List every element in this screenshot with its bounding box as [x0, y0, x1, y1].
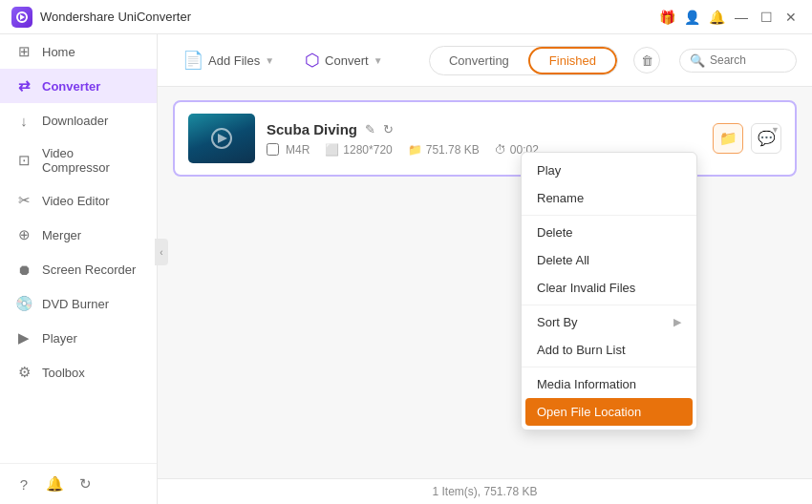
context-menu-clear-invalid[interactable]: Clear Invalid Files	[522, 274, 696, 302]
sidebar-label-player: Player	[42, 331, 77, 346]
player-icon: ▶	[15, 329, 32, 346]
tab-converting[interactable]: Converting	[430, 49, 528, 73]
toolbar: 📄 Add Files ▼ ⬡ Convert ▼ Converting Fin…	[158, 34, 812, 87]
sidebar-label-toolbox: Toolbox	[42, 366, 85, 380]
context-menu-delete[interactable]: Delete	[522, 219, 696, 246]
search-icon: 🔍	[690, 53, 705, 68]
sidebar-label-video-editor: Video Editor	[42, 194, 110, 208]
tab-bar: Converting Finished	[429, 46, 618, 75]
sidebar: ⊞ Home ⇄ Converter ↓ Downloader ⊡ Video …	[0, 34, 158, 504]
titlebar: Wondershare UniConverter 🎁 👤 🔔 — ☐ ✕	[0, 0, 812, 34]
window-controls: 🎁 👤 🔔 — ☐ ✕	[657, 8, 801, 27]
sidebar-item-merger[interactable]: ⊕ Merger	[0, 218, 157, 252]
refresh-icon[interactable]: ↻	[76, 475, 94, 493]
sidebar-label-downloader: Downloader	[42, 114, 108, 128]
video-compressor-icon: ⊡	[15, 152, 32, 169]
menu-divider-3	[522, 367, 696, 368]
sidebar-item-screen-recorder[interactable]: ⏺ Screen Recorder	[0, 252, 157, 286]
menu-divider-2	[522, 304, 696, 305]
search-input[interactable]	[710, 53, 786, 67]
context-menu-sort-by[interactable]: Sort By ▶	[522, 308, 696, 336]
maximize-button[interactable]: ☐	[757, 8, 776, 27]
clear-invalid-label: Clear Invalid Files	[537, 281, 635, 295]
sidebar-label-merger: Merger	[42, 228, 81, 242]
sidebar-label-video-compressor: Video Compressor	[42, 146, 141, 175]
content-area: 📄 Add Files ▼ ⬡ Convert ▼ Converting Fin…	[158, 34, 812, 504]
thumbnail-image	[188, 114, 255, 163]
delete-all-label: Delete All	[537, 253, 589, 267]
file-checkbox[interactable]	[267, 143, 279, 156]
statusbar: 1 Item(s), 751.78 KB	[158, 478, 812, 504]
context-menu-play[interactable]: Play	[522, 157, 696, 184]
sidebar-item-toolbox[interactable]: ⚙ Toolbox	[0, 355, 157, 389]
refresh-file-icon[interactable]: ↻	[383, 122, 394, 136]
context-menu-add-burn-list[interactable]: Add to Burn List	[522, 336, 696, 364]
context-menu-open-file-location[interactable]: Open File Location	[525, 398, 693, 426]
sidebar-label-dvd-burner: DVD Burner	[42, 297, 109, 311]
sort-by-label: Sort By	[537, 315, 578, 329]
size-icon: 📁	[408, 143, 422, 157]
sidebar-item-video-compressor[interactable]: ⊡ Video Compressor	[0, 137, 157, 183]
message-button[interactable]: 💬 ▼	[751, 123, 781, 154]
dvd-burner-icon: 💿	[15, 295, 32, 312]
close-button[interactable]: ✕	[781, 8, 801, 27]
file-thumbnail	[188, 114, 255, 163]
file-info: Scuba Diving ✎ ↻ M4R ⬜ 1280*720	[267, 121, 701, 157]
file-area: Scuba Diving ✎ ↻ M4R ⬜ 1280*720	[158, 87, 812, 478]
statusbar-text: 1 Item(s), 751.78 KB	[432, 485, 537, 498]
add-burn-list-label: Add to Burn List	[537, 343, 626, 357]
add-files-icon: 📄	[182, 50, 203, 71]
file-size: 📁 751.78 KB	[408, 143, 480, 157]
delete-label: Delete	[537, 225, 573, 240]
resolution-icon: ⬜	[325, 143, 339, 157]
notification-icon[interactable]: 🔔	[46, 475, 63, 493]
open-file-location-label: Open File Location	[537, 405, 641, 419]
sidebar-label-converter: Converter	[42, 79, 100, 94]
add-files-button[interactable]: 📄 Add Files ▼	[173, 44, 284, 76]
help-icon[interactable]: ?	[15, 475, 32, 493]
sort-by-arrow: ▶	[673, 316, 681, 328]
app-title: Wondershare UniConverter	[40, 10, 657, 24]
media-info-label: Media Information	[537, 377, 636, 391]
menu-divider-1	[522, 215, 696, 216]
rename-label: Rename	[537, 191, 584, 205]
downloader-icon: ↓	[15, 112, 32, 129]
add-files-dropdown-icon: ▼	[265, 55, 274, 66]
delete-button[interactable]: 🗑	[633, 47, 660, 74]
context-menu-rename[interactable]: Rename	[522, 184, 696, 212]
tab-finished[interactable]: Finished	[528, 47, 617, 74]
video-editor-icon: ✂	[15, 192, 32, 209]
sidebar-item-player[interactable]: ▶ Player	[0, 321, 157, 355]
convert-to-button[interactable]: ⬡ Convert ▼	[295, 44, 392, 76]
user-icon[interactable]: 👤	[682, 8, 701, 27]
sidebar-item-converter[interactable]: ⇄ Converter	[0, 69, 157, 103]
sidebar-bottom: ? 🔔 ↻	[0, 463, 157, 504]
gift-icon[interactable]: 🎁	[657, 8, 676, 27]
file-actions: 📁 💬 ▼	[713, 123, 781, 154]
file-resolution: ⬜ 1280*720	[325, 143, 392, 157]
size-value: 751.78 KB	[426, 143, 480, 157]
edit-name-icon[interactable]: ✎	[365, 122, 375, 136]
open-folder-button[interactable]: 📁	[713, 123, 743, 154]
sidebar-label-home: Home	[42, 45, 75, 59]
sidebar-item-video-editor[interactable]: ✂ Video Editor	[0, 183, 157, 218]
sidebar-item-downloader[interactable]: ↓ Downloader	[0, 103, 157, 137]
sidebar-collapse-button[interactable]: ‹	[155, 239, 168, 265]
sidebar-item-dvd-burner[interactable]: 💿 DVD Burner	[0, 286, 157, 321]
main-layout: ⊞ Home ⇄ Converter ↓ Downloader ⊡ Video …	[0, 34, 812, 504]
sidebar-item-home[interactable]: ⊞ Home	[0, 34, 157, 69]
file-name-row: Scuba Diving ✎ ↻	[267, 121, 701, 137]
bell-icon[interactable]: 🔔	[707, 8, 726, 27]
duration-icon: ⏱	[495, 143, 506, 157]
resolution-value: 1280*720	[343, 143, 392, 157]
sidebar-label-screen-recorder: Screen Recorder	[42, 262, 136, 277]
file-card: Scuba Diving ✎ ↻ M4R ⬜ 1280*720	[173, 100, 797, 177]
context-menu-delete-all[interactable]: Delete All	[522, 246, 696, 274]
format-label: M4R	[286, 143, 310, 157]
context-menu: Play Rename Delete Delete All Clear Inva…	[521, 152, 697, 430]
convert-icon: ⬡	[305, 50, 320, 71]
convert-label: Convert	[325, 53, 369, 68]
minimize-button[interactable]: —	[732, 8, 751, 27]
play-label: Play	[537, 163, 561, 178]
context-menu-media-info[interactable]: Media Information	[522, 370, 696, 398]
